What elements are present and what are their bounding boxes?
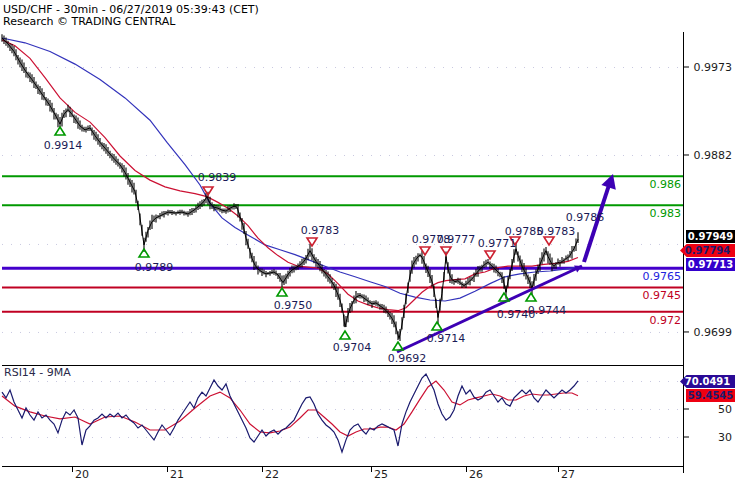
x-axis-label: 21 — [170, 468, 184, 480]
price-badge: 0.97713 — [686, 258, 735, 271]
pivot-marker-up — [139, 249, 149, 257]
price-annotation: 0.9777 — [437, 233, 476, 246]
price-annotation: 0.9783 — [537, 225, 576, 238]
price-annotation: 0.9704 — [333, 341, 372, 354]
price-annotation: 0.9750 — [274, 299, 313, 312]
level-label: 0.986 — [650, 178, 682, 191]
rsi-line — [2, 374, 578, 452]
rsi-panel-title: RSI14 - 9MA — [4, 366, 71, 379]
price-annotation: 0.9783 — [301, 224, 340, 237]
pivot-marker-down — [544, 237, 554, 245]
price-annotation: 0.9771 — [478, 237, 517, 250]
price-line — [2, 38, 578, 339]
chart-source: Research © TRADING CENTRAL — [3, 15, 175, 28]
price-annotation: 0.9839 — [198, 171, 237, 184]
pivot-marker-up — [55, 127, 65, 135]
price-annotation: 0.9744 — [528, 304, 567, 317]
price-annotation: 0.9692 — [388, 352, 427, 365]
price-badge: 0.97794 — [680, 244, 735, 257]
price-annotation: 0.9714 — [427, 332, 466, 345]
y-axis-label: 0.9973 — [688, 61, 732, 74]
level-label: 0.9765 — [643, 270, 682, 283]
pivot-marker-up — [432, 322, 442, 330]
level-label: 0.972 — [650, 314, 682, 327]
x-axis-label: 27 — [561, 468, 575, 480]
price-badge: 0.97949 — [686, 230, 735, 243]
y-axis-label: 0.9699 — [688, 326, 732, 339]
pivot-marker-up — [499, 293, 509, 301]
candlesticks — [2, 34, 578, 341]
x-axis-label: 26 — [469, 468, 483, 480]
x-axis-label: 25 — [374, 468, 388, 480]
price-badge: 59.4545 — [686, 389, 735, 402]
price-annotation: 0.9789 — [135, 261, 174, 274]
pivot-marker-up — [340, 331, 350, 339]
trading-central-chart: USD/CHF - 30min - 06/27/2019 05:39:43 (C… — [0, 0, 735, 480]
pivot-marker-up — [526, 293, 536, 301]
level-label: 0.983 — [650, 207, 682, 220]
chart-canvas — [0, 0, 735, 480]
rsi-axis-label: 50 — [688, 403, 732, 416]
pivot-marker-up — [277, 288, 287, 296]
x-axis-label: 22 — [265, 468, 279, 480]
level-label: 0.9745 — [643, 289, 682, 302]
x-axis-label: 20 — [75, 468, 89, 480]
ma-slow-line — [2, 38, 578, 301]
rsi-axis-label: 30 — [688, 431, 732, 444]
y-axis-label: 0.9882 — [688, 149, 732, 162]
price-annotation: 0.9914 — [44, 139, 83, 152]
pivot-marker-down — [485, 251, 495, 259]
pivot-marker-down — [441, 247, 451, 255]
pivot-marker-up — [393, 342, 403, 350]
price-badge: 70.0491 — [680, 375, 735, 388]
price-annotation: 0.9786 — [566, 211, 605, 224]
